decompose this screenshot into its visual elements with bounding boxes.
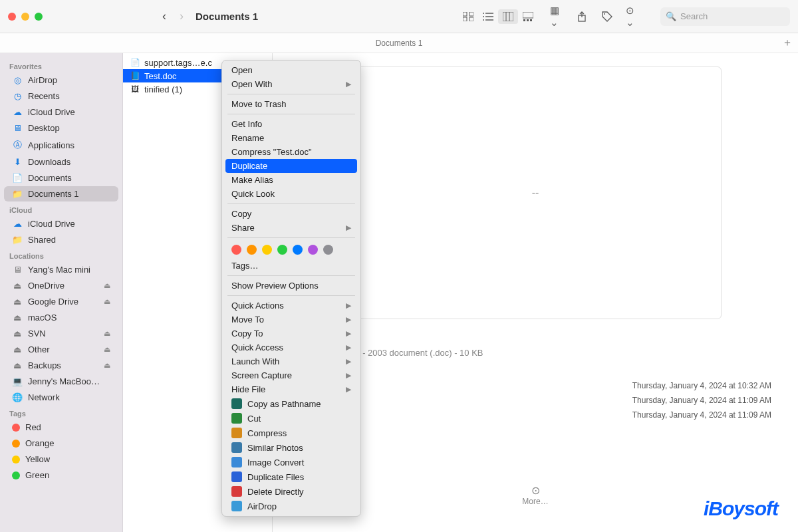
sidebar-item[interactable]: ◎AirDrop (4, 72, 118, 88)
sidebar-item-label: OneDrive (28, 281, 65, 291)
sidebar-item[interactable]: ◷Recents (4, 88, 118, 104)
sidebar-item[interactable]: ☁iCloud Drive (4, 104, 118, 120)
ctx-item[interactable]: Similar Photos (222, 440, 360, 455)
laptop-icon: 💻 (12, 376, 23, 386)
search-input[interactable]: 🔍 Search (660, 7, 790, 26)
eject-icon[interactable]: ⏏ (104, 345, 110, 354)
eject-icon[interactable]: ⏏ (104, 297, 110, 306)
sidebar-item[interactable]: 📁Shared (4, 232, 118, 247)
info-value: Thursday, January 4, 2024 at 10:32 AM (632, 381, 771, 390)
ctx-item[interactable]: Launch With▶ (222, 354, 360, 368)
svg-rect-0 (463, 12, 467, 16)
ctx-item[interactable]: Show Preview Options (222, 279, 360, 293)
minimize-window[interactable] (21, 13, 29, 21)
sidebar-item[interactable]: 📄Documents (4, 170, 118, 186)
sidebar-item[interactable]: ⏏Other⏏ (4, 342, 118, 357)
ctx-tag-color[interactable] (308, 245, 318, 255)
eject-icon[interactable]: ⏏ (104, 329, 110, 338)
more-icon[interactable]: ⊙ (299, 484, 771, 497)
group-menu-icon[interactable]: ▦ ⌄ (550, 11, 563, 23)
ctx-item-label: Quick Actions (231, 301, 284, 311)
ctx-item[interactable]: Image Convert (222, 455, 360, 469)
ctx-tag-color[interactable] (262, 245, 272, 255)
more-label[interactable]: More… (299, 497, 771, 506)
ctx-item[interactable]: Copy (222, 207, 360, 221)
ctx-item[interactable]: Copy as Pathname (222, 396, 360, 411)
ctx-item-label: Copy (231, 209, 251, 219)
ctx-item[interactable]: Screen Capture▶ (222, 368, 360, 382)
ctx-item[interactable]: Hide File▶ (222, 382, 360, 396)
back-button[interactable]: ‹ (162, 9, 166, 23)
sidebar-item[interactable]: ⏏Backups⏏ (4, 358, 118, 373)
share-icon[interactable] (575, 11, 589, 23)
ctx-item[interactable]: Tags… (222, 259, 360, 273)
ctx-item[interactable]: Cut (222, 411, 360, 426)
ctx-item[interactable]: Quick Actions▶ (222, 299, 360, 313)
sidebar-item-label: SVN (28, 329, 46, 338)
ctx-item[interactable]: Quick Access▶ (222, 340, 360, 354)
ctx-item[interactable]: Share▶ (222, 221, 360, 235)
sidebar-item[interactable]: ⒶApplications (4, 136, 118, 154)
view-list[interactable] (478, 9, 498, 24)
action-menu-icon[interactable]: ⊙ ⌄ (626, 11, 639, 23)
add-tab-button[interactable]: ＋ (782, 36, 793, 50)
ctx-item[interactable]: Duplicate (225, 159, 357, 173)
eject-icon[interactable]: ⏏ (104, 281, 110, 290)
ctx-item[interactable]: Open (222, 63, 360, 77)
info-row: t openedThursday, January 4, 2024 at 11:… (299, 408, 771, 422)
sidebar-item-label: Shared (28, 235, 56, 245)
ctx-item[interactable]: Move to Trash (222, 97, 360, 111)
ctx-item[interactable]: Get Info (222, 117, 360, 131)
sidebar-item[interactable]: ⏏macOS (4, 310, 118, 325)
ctx-item[interactable]: Move To▶ (222, 313, 360, 327)
zoom-window[interactable] (35, 13, 43, 21)
ctx-item[interactable]: Rename (222, 131, 360, 145)
sidebar-item[interactable]: ⏏OneDrive⏏ (4, 278, 118, 293)
sidebar-item[interactable]: Yellow (4, 452, 118, 467)
ctx-tag-color[interactable] (323, 245, 333, 255)
view-gallery[interactable] (518, 9, 538, 24)
view-columns[interactable] (498, 9, 518, 24)
info-row: eatedThursday, January 4, 2024 at 10:32 … (299, 378, 771, 393)
ctx-item[interactable]: Open With▶ (222, 77, 360, 91)
forward-button[interactable]: › (180, 9, 184, 23)
disk-icon: ⏏ (12, 344, 23, 354)
ctx-item[interactable]: Quick Look (222, 187, 360, 201)
sidebar-item[interactable]: ⏏Google Drive⏏ (4, 294, 118, 309)
sidebar-item[interactable]: 🖥Yang's Mac mini (4, 262, 118, 277)
sidebar-item[interactable]: Green (4, 467, 118, 483)
ctx-item[interactable]: AirDrop (222, 499, 360, 513)
cloud-icon: ☁ (12, 219, 23, 229)
sidebar-item[interactable]: ⬇Downloads (4, 154, 118, 170)
ctx-app-icon (231, 428, 242, 438)
sidebar-item[interactable]: Red (4, 420, 118, 435)
watermark-logo: iBoysoft (704, 497, 778, 520)
ctx-item[interactable]: Compress "Test.doc" (222, 145, 360, 159)
ctx-tag-color[interactable] (277, 245, 287, 255)
ctx-item[interactable]: Make Alias (222, 173, 360, 187)
view-icon-grid[interactable] (458, 9, 478, 24)
path-label[interactable]: Documents 1 (376, 39, 423, 48)
info-header: formation (299, 368, 771, 378)
close-window[interactable] (8, 13, 16, 21)
eject-icon[interactable]: ⏏ (104, 361, 110, 370)
ctx-tag-color[interactable] (293, 245, 303, 255)
sidebar-item[interactable]: 📁Documents 1 (4, 186, 118, 201)
sidebar-item[interactable]: Orange (4, 436, 118, 451)
sidebar-item[interactable]: ☁iCloud Drive (4, 216, 118, 231)
submenu-arrow-icon: ▶ (346, 301, 351, 310)
ctx-item[interactable]: Delete Directly (222, 484, 360, 499)
sidebar-item[interactable]: ⏏SVN⏏ (4, 326, 118, 341)
ctx-item[interactable]: Compress (222, 426, 360, 440)
tag-dot-icon (12, 440, 20, 448)
sidebar-item[interactable]: 💻Jenny's MacBoo… (4, 374, 118, 389)
ctx-tag-color[interactable] (247, 245, 257, 255)
sidebar-item[interactable]: 🖥Desktop (4, 120, 118, 136)
tags-icon[interactable] (600, 11, 614, 23)
sidebar-item[interactable]: 🌐Network (4, 390, 118, 405)
ctx-item[interactable]: Copy To▶ (222, 327, 360, 340)
sidebar-item-label: macOS (28, 313, 57, 323)
ctx-item[interactable]: Duplicate Files (222, 469, 360, 484)
submenu-arrow-icon: ▶ (346, 357, 351, 366)
ctx-tag-color[interactable] (231, 245, 241, 255)
